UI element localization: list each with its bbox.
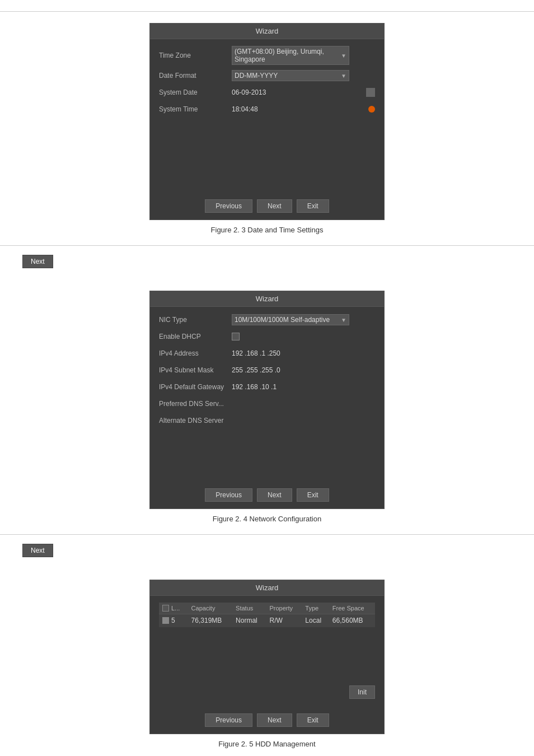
dns2-row: Alternate DNS Server bbox=[159, 414, 375, 427]
timezone-arrow-icon: ▼ bbox=[341, 53, 346, 59]
cell-capacity: 76,319MB bbox=[188, 614, 233, 627]
col-l-label: L... bbox=[171, 605, 180, 612]
cell-type: Local bbox=[302, 614, 329, 627]
cell-property: R/W bbox=[266, 614, 302, 627]
wizard-panel-network: Wizard NIC Type 10M/100M/1000M Self-adap… bbox=[149, 291, 385, 509]
systemtime-row: System Time 18:04:48 bbox=[159, 103, 375, 115]
section-date-time: Wizard Time Zone (GMT+08:00) Beijing, Ur… bbox=[0, 12, 534, 245]
dhcp-row: Enable DHCP bbox=[159, 330, 375, 343]
next-button-2[interactable]: Next bbox=[257, 488, 292, 502]
col-freespace: Free Space bbox=[329, 603, 375, 614]
ipv4addr-label: IPv4 Address bbox=[159, 349, 232, 357]
next-btn-section-2: Next bbox=[0, 535, 534, 568]
timezone-label: Time Zone bbox=[159, 52, 232, 59]
col-status: Status bbox=[232, 603, 266, 614]
page-container: Wizard Time Zone (GMT+08:00) Beijing, Ur… bbox=[0, 0, 534, 756]
previous-button-2[interactable]: Previous bbox=[205, 488, 252, 502]
timezone-row: Time Zone (GMT+08:00) Beijing, Urumqi, S… bbox=[159, 46, 375, 65]
wizard-footer-2: Previous Next Exit bbox=[150, 483, 384, 508]
wizard-panel-hdd: Wizard L... Capacity Status bbox=[149, 580, 385, 734]
nictype-label: NIC Type bbox=[159, 316, 232, 324]
next-btn-section-1: Next bbox=[0, 246, 534, 279]
wizard-footer-1: Previous Next Exit bbox=[150, 194, 384, 220]
gateway-value: 192 .168 .10 .1 bbox=[232, 383, 375, 391]
clock-icon[interactable] bbox=[368, 106, 375, 113]
subnetmask-row: IPv4 Subnet Mask 255 .255 .255 .0 bbox=[159, 364, 375, 376]
systemdate-label: System Date bbox=[159, 88, 232, 96]
figure2-caption: Figure 2. 4 Network Configuration bbox=[22, 515, 512, 523]
dateformat-dropdown[interactable]: DD-MM-YYYY ▼ bbox=[232, 70, 349, 81]
systemdate-value: 06-09-2013 bbox=[232, 88, 364, 96]
nictype-value: 10M/100M/1000M Self-adaptive bbox=[235, 316, 330, 324]
systemdate-row: System Date 06-09-2013 bbox=[159, 86, 375, 99]
ipv4addr-row: IPv4 Address 192 .168 .1 .250 bbox=[159, 347, 375, 360]
spacer-2 bbox=[159, 431, 375, 476]
wizard-title-2: Wizard bbox=[150, 291, 384, 307]
systemtime-label: System Time bbox=[159, 105, 232, 113]
dhcp-checkbox[interactable] bbox=[232, 333, 240, 340]
col-type: Type bbox=[302, 603, 329, 614]
col-property: Property bbox=[266, 603, 302, 614]
timezone-dropdown[interactable]: (GMT+08:00) Beijing, Urumqi, Singapore ▼ bbox=[232, 46, 349, 65]
exit-button-2[interactable]: Exit bbox=[297, 488, 329, 502]
cell-l: 5 bbox=[159, 614, 188, 627]
previous-button-1[interactable]: Previous bbox=[205, 199, 252, 213]
init-button[interactable]: Init bbox=[349, 685, 375, 699]
gateway-label: IPv4 Default Gateway bbox=[159, 383, 232, 391]
wizard-title-1: Wizard bbox=[150, 24, 384, 39]
wizard-panel-datetime: Wizard Time Zone (GMT+08:00) Beijing, Ur… bbox=[149, 23, 385, 220]
spacer-1 bbox=[159, 120, 375, 187]
section-hdd: Wizard L... Capacity Status bbox=[0, 568, 534, 756]
col-capacity: Capacity bbox=[188, 603, 233, 614]
cell-status: Normal bbox=[232, 614, 266, 627]
wizard-body-1: Time Zone (GMT+08:00) Beijing, Urumqi, S… bbox=[150, 39, 384, 194]
subnetmask-value: 255 .255 .255 .0 bbox=[232, 366, 375, 374]
subnetmask-label: IPv4 Subnet Mask bbox=[159, 366, 232, 374]
next-button-1[interactable]: Next bbox=[257, 199, 292, 213]
next-button-outer-2[interactable]: Next bbox=[22, 544, 53, 557]
gateway-row: IPv4 Default Gateway 192 .168 .10 .1 bbox=[159, 381, 375, 393]
wizard-body-2: NIC Type 10M/100M/1000M Self-adaptive ▼ … bbox=[150, 307, 384, 483]
next-button-3[interactable]: Next bbox=[257, 713, 292, 727]
col-l: L... bbox=[159, 603, 188, 614]
dateformat-row: Date Format DD-MM-YYYY ▼ bbox=[159, 69, 375, 82]
calendar-icon[interactable] bbox=[366, 88, 375, 97]
hdd-table: L... Capacity Status Property Type Free … bbox=[159, 603, 375, 627]
figure1-caption: Figure 2. 3 Date and Time Settings bbox=[22, 226, 512, 234]
timezone-value: (GMT+08:00) Beijing, Urumqi, Singapore bbox=[235, 48, 341, 63]
systemtime-value: 18:04:48 bbox=[232, 105, 366, 113]
nictype-row: NIC Type 10M/100M/1000M Self-adaptive ▼ bbox=[159, 314, 375, 326]
dateformat-arrow-icon: ▼ bbox=[341, 73, 346, 79]
cell-freespace: 66,560MB bbox=[329, 614, 375, 627]
dns2-label: Alternate DNS Server bbox=[159, 417, 232, 424]
init-btn-row: Init bbox=[159, 685, 375, 699]
ipv4addr-value: 192 .168 .1 .250 bbox=[232, 349, 375, 357]
section-network: Wizard NIC Type 10M/100M/1000M Self-adap… bbox=[0, 279, 534, 534]
hdd-row-checkbox[interactable] bbox=[162, 617, 169, 624]
exit-button-1[interactable]: Exit bbox=[297, 199, 329, 213]
dateformat-label: Date Format bbox=[159, 72, 232, 80]
table-row: 5 76,319MB Normal R/W Local 66,560MB bbox=[159, 614, 375, 627]
next-button-outer-1[interactable]: Next bbox=[22, 255, 53, 268]
previous-button-3[interactable]: Previous bbox=[205, 713, 252, 727]
figure3-caption: Figure 2. 5 HDD Management bbox=[22, 740, 512, 748]
wizard-title-3: Wizard bbox=[150, 580, 384, 596]
dns1-label: Preferred DNS Serv... bbox=[159, 400, 232, 408]
dateformat-value: DD-MM-YYYY bbox=[235, 72, 278, 80]
hdd-select-all-checkbox[interactable] bbox=[162, 605, 169, 612]
hdd-table-header-row: L... Capacity Status Property Type Free … bbox=[159, 603, 375, 614]
cell-l-value: 5 bbox=[171, 617, 175, 624]
nictype-arrow-icon: ▼ bbox=[341, 317, 346, 323]
wizard-footer-3: Previous Next Exit bbox=[150, 708, 384, 734]
nictype-dropdown[interactable]: 10M/100M/1000M Self-adaptive ▼ bbox=[232, 314, 349, 325]
wizard-body-3: L... Capacity Status Property Type Free … bbox=[150, 596, 384, 708]
dhcp-label: Enable DHCP bbox=[159, 333, 232, 340]
dns1-row: Preferred DNS Serv... bbox=[159, 398, 375, 410]
hdd-spacer bbox=[159, 629, 375, 685]
exit-button-3[interactable]: Exit bbox=[297, 713, 329, 727]
